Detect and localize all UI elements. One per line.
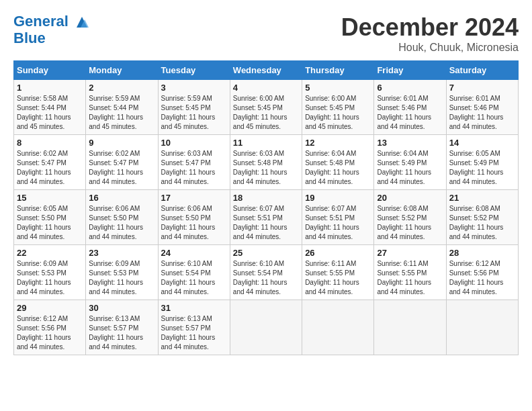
day-number: 6 <box>377 83 443 93</box>
calendar-cell: 10Sunrise: 6:03 AM Sunset: 5:47 PM Dayli… <box>158 135 230 190</box>
day-info: Sunrise: 6:11 AM Sunset: 5:55 PM Dayligh… <box>377 259 443 297</box>
day-info: Sunrise: 6:05 AM Sunset: 5:49 PM Dayligh… <box>449 149 515 187</box>
day-number: 22 <box>17 248 83 258</box>
title-block: December 2024 Houk, Chuuk, Micronesia <box>341 13 519 54</box>
day-number: 19 <box>305 193 371 203</box>
column-header-tuesday: Tuesday <box>158 61 230 80</box>
calendar-cell: 28Sunrise: 6:12 AM Sunset: 5:56 PM Dayli… <box>446 245 518 300</box>
day-info: Sunrise: 6:12 AM Sunset: 5:56 PM Dayligh… <box>17 314 83 352</box>
day-number: 26 <box>305 248 371 258</box>
day-number: 29 <box>17 303 83 313</box>
day-info: Sunrise: 6:04 AM Sunset: 5:48 PM Dayligh… <box>305 149 371 187</box>
day-number: 27 <box>377 248 443 258</box>
calendar-cell: 4Sunrise: 6:00 AM Sunset: 5:45 PM Daylig… <box>230 80 302 135</box>
day-info: Sunrise: 6:06 AM Sunset: 5:50 PM Dayligh… <box>161 204 227 242</box>
logo-text: General <box>13 13 90 30</box>
day-number: 24 <box>161 248 227 258</box>
calendar-cell: 17Sunrise: 6:06 AM Sunset: 5:50 PM Dayli… <box>158 190 230 245</box>
day-number: 2 <box>89 83 154 93</box>
calendar-cell: 2Sunrise: 5:59 AM Sunset: 5:44 PM Daylig… <box>86 80 158 135</box>
day-number: 13 <box>377 138 443 148</box>
day-info: Sunrise: 6:08 AM Sunset: 5:52 PM Dayligh… <box>377 204 443 242</box>
day-number: 9 <box>89 138 154 148</box>
day-info: Sunrise: 6:00 AM Sunset: 5:45 PM Dayligh… <box>233 94 299 132</box>
calendar-week-4: 22Sunrise: 6:09 AM Sunset: 5:53 PM Dayli… <box>14 245 519 300</box>
page-header: General Blue December 2024 Houk, Chuuk, … <box>13 13 519 54</box>
day-number: 11 <box>233 138 299 148</box>
day-info: Sunrise: 6:01 AM Sunset: 5:46 PM Dayligh… <box>449 94 515 132</box>
column-header-wednesday: Wednesday <box>230 61 302 80</box>
calendar-cell: 25Sunrise: 6:10 AM Sunset: 5:54 PM Dayli… <box>230 245 302 300</box>
day-info: Sunrise: 6:08 AM Sunset: 5:52 PM Dayligh… <box>449 204 515 242</box>
column-header-saturday: Saturday <box>446 61 518 80</box>
calendar-cell: 30Sunrise: 6:13 AM Sunset: 5:57 PM Dayli… <box>86 300 158 355</box>
day-number: 12 <box>305 138 371 148</box>
day-info: Sunrise: 6:09 AM Sunset: 5:53 PM Dayligh… <box>89 259 154 297</box>
calendar-cell: 21Sunrise: 6:08 AM Sunset: 5:52 PM Dayli… <box>446 190 518 245</box>
day-number: 30 <box>89 303 154 313</box>
calendar-cell: 1Sunrise: 5:58 AM Sunset: 5:44 PM Daylig… <box>14 80 86 135</box>
calendar-cell: 19Sunrise: 6:07 AM Sunset: 5:51 PM Dayli… <box>302 190 374 245</box>
calendar-week-3: 15Sunrise: 6:05 AM Sunset: 5:50 PM Dayli… <box>14 190 519 245</box>
day-number: 15 <box>17 193 83 203</box>
month-title: December 2024 <box>341 13 519 42</box>
calendar-week-1: 1Sunrise: 5:58 AM Sunset: 5:44 PM Daylig… <box>14 80 519 135</box>
calendar-cell: 27Sunrise: 6:11 AM Sunset: 5:55 PM Dayli… <box>374 245 446 300</box>
day-info: Sunrise: 6:13 AM Sunset: 5:57 PM Dayligh… <box>161 314 227 352</box>
calendar-cell: 20Sunrise: 6:08 AM Sunset: 5:52 PM Dayli… <box>374 190 446 245</box>
day-number: 14 <box>449 138 515 148</box>
day-info: Sunrise: 6:01 AM Sunset: 5:46 PM Dayligh… <box>377 94 443 132</box>
calendar-cell: 12Sunrise: 6:04 AM Sunset: 5:48 PM Dayli… <box>302 135 374 190</box>
calendar-cell <box>374 300 446 355</box>
calendar-cell: 15Sunrise: 6:05 AM Sunset: 5:50 PM Dayli… <box>14 190 86 245</box>
calendar-cell: 6Sunrise: 6:01 AM Sunset: 5:46 PM Daylig… <box>374 80 446 135</box>
column-header-sunday: Sunday <box>14 61 86 80</box>
calendar-cell <box>446 300 518 355</box>
day-info: Sunrise: 6:00 AM Sunset: 5:45 PM Dayligh… <box>305 94 371 132</box>
day-number: 17 <box>161 193 227 203</box>
day-info: Sunrise: 6:03 AM Sunset: 5:47 PM Dayligh… <box>161 149 227 187</box>
calendar-cell: 8Sunrise: 6:02 AM Sunset: 5:47 PM Daylig… <box>14 135 86 190</box>
day-number: 25 <box>233 248 299 258</box>
calendar-cell: 23Sunrise: 6:09 AM Sunset: 5:53 PM Dayli… <box>86 245 158 300</box>
day-number: 21 <box>449 193 515 203</box>
calendar-cell: 18Sunrise: 6:07 AM Sunset: 5:51 PM Dayli… <box>230 190 302 245</box>
day-info: Sunrise: 5:58 AM Sunset: 5:44 PM Dayligh… <box>17 94 83 132</box>
day-info: Sunrise: 6:12 AM Sunset: 5:56 PM Dayligh… <box>449 259 515 297</box>
day-number: 1 <box>17 83 83 93</box>
day-info: Sunrise: 6:05 AM Sunset: 5:50 PM Dayligh… <box>17 204 83 242</box>
calendar-cell <box>230 300 302 355</box>
calendar-cell: 16Sunrise: 6:06 AM Sunset: 5:50 PM Dayli… <box>86 190 158 245</box>
calendar-body: 1Sunrise: 5:58 AM Sunset: 5:44 PM Daylig… <box>14 80 519 355</box>
day-info: Sunrise: 6:09 AM Sunset: 5:53 PM Dayligh… <box>17 259 83 297</box>
logo: General Blue <box>13 13 90 46</box>
calendar-cell: 31Sunrise: 6:13 AM Sunset: 5:57 PM Dayli… <box>158 300 230 355</box>
day-number: 5 <box>305 83 371 93</box>
calendar-cell: 29Sunrise: 6:12 AM Sunset: 5:56 PM Dayli… <box>14 300 86 355</box>
calendar-cell: 7Sunrise: 6:01 AM Sunset: 5:46 PM Daylig… <box>446 80 518 135</box>
calendar-cell: 26Sunrise: 6:11 AM Sunset: 5:55 PM Dayli… <box>302 245 374 300</box>
day-info: Sunrise: 6:07 AM Sunset: 5:51 PM Dayligh… <box>233 204 299 242</box>
calendar-cell: 11Sunrise: 6:03 AM Sunset: 5:48 PM Dayli… <box>230 135 302 190</box>
day-info: Sunrise: 5:59 AM Sunset: 5:44 PM Dayligh… <box>89 94 154 132</box>
day-info: Sunrise: 6:02 AM Sunset: 5:47 PM Dayligh… <box>17 149 83 187</box>
day-number: 10 <box>161 138 227 148</box>
day-number: 16 <box>89 193 154 203</box>
day-number: 31 <box>161 303 227 313</box>
calendar-table: SundayMondayTuesdayWednesdayThursdayFrid… <box>13 60 519 355</box>
day-info: Sunrise: 6:13 AM Sunset: 5:57 PM Dayligh… <box>89 314 154 352</box>
column-header-thursday: Thursday <box>302 61 374 80</box>
day-info: Sunrise: 6:03 AM Sunset: 5:48 PM Dayligh… <box>233 149 299 187</box>
calendar-cell: 24Sunrise: 6:10 AM Sunset: 5:54 PM Dayli… <box>158 245 230 300</box>
calendar-cell <box>302 300 374 355</box>
calendar-cell: 9Sunrise: 6:02 AM Sunset: 5:47 PM Daylig… <box>86 135 158 190</box>
day-info: Sunrise: 6:04 AM Sunset: 5:49 PM Dayligh… <box>377 149 443 187</box>
day-info: Sunrise: 6:06 AM Sunset: 5:50 PM Dayligh… <box>89 204 154 242</box>
calendar-cell: 5Sunrise: 6:00 AM Sunset: 5:45 PM Daylig… <box>302 80 374 135</box>
column-header-friday: Friday <box>374 61 446 80</box>
day-number: 7 <box>449 83 515 93</box>
column-header-monday: Monday <box>86 61 158 80</box>
day-info: Sunrise: 6:07 AM Sunset: 5:51 PM Dayligh… <box>305 204 371 242</box>
day-number: 4 <box>233 83 299 93</box>
day-number: 28 <box>449 248 515 258</box>
